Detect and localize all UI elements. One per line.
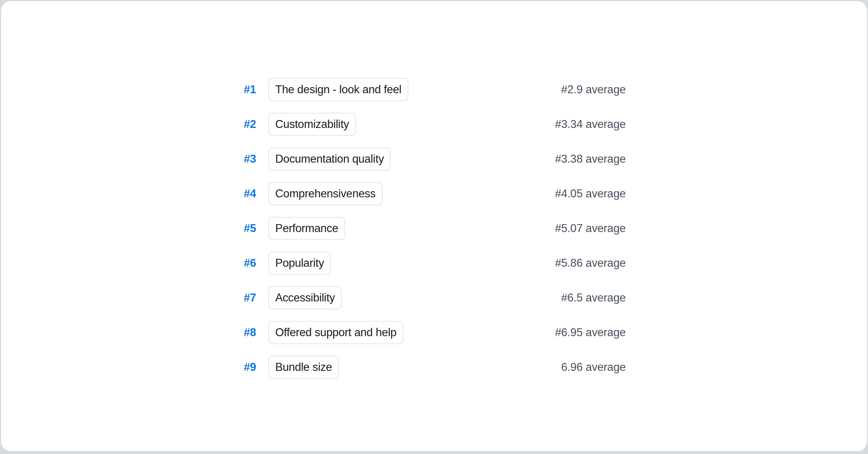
option-pill[interactable]: Performance — [268, 217, 345, 240]
rank-label: #1 — [242, 83, 256, 96]
average-label: #3.38 average — [555, 153, 626, 166]
rank-label: #8 — [242, 326, 256, 339]
ranking-row: #9 Bundle size 6.96 average — [242, 350, 626, 385]
average-label: #4.05 average — [555, 187, 626, 200]
rank-label: #7 — [242, 291, 256, 304]
ranking-row: #7 Accessibility #6.5 average — [242, 280, 626, 315]
ranking-row: #4 Comprehensiveness #4.05 average — [242, 176, 626, 211]
rank-label: #6 — [242, 257, 256, 270]
rank-label: #3 — [242, 153, 256, 166]
average-label: #6.5 average — [561, 291, 626, 304]
average-label: #2.9 average — [561, 83, 626, 96]
ranking-row: #1 The design - look and feel #2.9 avera… — [242, 72, 626, 107]
option-pill[interactable]: Customizability — [268, 113, 356, 136]
option-pill[interactable]: The design - look and feel — [268, 78, 408, 101]
ranking-row: #2 Customizability #3.34 average — [242, 107, 626, 142]
ranking-list: #1 The design - look and feel #2.9 avera… — [242, 72, 626, 385]
option-pill[interactable]: Offered support and help — [268, 321, 403, 344]
results-card: #1 The design - look and feel #2.9 avera… — [1, 1, 867, 451]
ranking-row: #6 Popularity #5.86 average — [242, 246, 626, 280]
option-pill[interactable]: Accessibility — [268, 286, 342, 309]
option-pill[interactable]: Bundle size — [268, 356, 339, 379]
average-label: 6.96 average — [561, 361, 626, 374]
option-pill[interactable]: Popularity — [268, 252, 331, 275]
rank-label: #5 — [242, 222, 256, 235]
average-label: #5.86 average — [555, 257, 626, 270]
ranking-row: #8 Offered support and help #6.95 averag… — [242, 315, 626, 350]
rank-label: #4 — [242, 187, 256, 200]
average-label: #3.34 average — [555, 118, 626, 131]
average-label: #5.07 average — [555, 222, 626, 235]
average-label: #6.95 average — [555, 326, 626, 339]
rank-label: #2 — [242, 118, 256, 131]
rank-label: #9 — [242, 361, 256, 374]
option-pill[interactable]: Documentation quality — [268, 147, 391, 171]
ranking-row: #3 Documentation quality #3.38 average — [242, 142, 626, 176]
ranking-row: #5 Performance #5.07 average — [242, 211, 626, 246]
option-pill[interactable]: Comprehensiveness — [268, 182, 383, 205]
page: { "page": { "background": "#d7dade", "ca… — [0, 0, 868, 454]
